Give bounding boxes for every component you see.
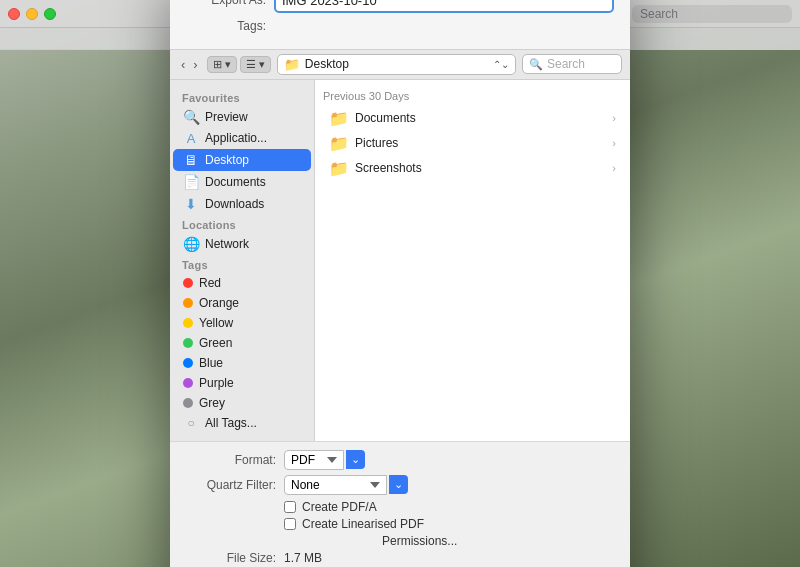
file-item-documents[interactable]: 📁 Documents › [323,106,622,131]
folder-icon: 📁 [329,134,349,153]
network-icon: 🌐 [183,236,199,252]
sidebar-item-downloads[interactable]: ⬇ Downloads [173,193,311,215]
sidebar: Favourites 🔍 Preview A Applicatio... 🖥 D… [170,80,315,441]
modal-overlay: Export As: Tags: ‹ › ⊞ ▾ ☰ ▾ 📁 Desktop ⌃… [0,0,800,567]
create-pdfa-checkbox[interactable] [284,501,296,513]
sidebar-item-label: Network [205,237,249,251]
sidebar-item-label: Documents [205,175,266,189]
nav-arrows: ‹ › [178,56,201,73]
view-toggle: ⊞ ▾ ☰ ▾ [207,56,271,73]
sidebar-section-locations: Locations [170,215,314,233]
desktop-icon: 🖥 [183,152,199,168]
quartz-row: Quartz Filter: None Black & White Blue T… [186,475,614,495]
search-icon: 🔍 [529,58,543,71]
modal-header: Export As: Tags: [170,0,630,49]
sidebar-item-grey[interactable]: Grey [173,393,311,413]
file-size-row: File Size: 1.7 MB [186,551,614,565]
chevron-right-icon: › [612,162,616,174]
folder-icon: 📁 [329,109,349,128]
format-select[interactable]: PDF JPEG PNG TIFF [284,450,344,470]
sidebar-item-label: All Tags... [205,416,257,430]
file-item-left: 📁 Documents [329,109,416,128]
file-size-value: 1.7 MB [284,551,322,565]
quartz-select-button[interactable]: ⌄ [389,475,408,494]
create-pdfa-label: Create PDF/A [302,500,377,514]
format-select-group: PDF JPEG PNG TIFF ⌄ [284,450,365,470]
tag-dot-yellow [183,318,193,328]
sidebar-item-label: Applicatio... [205,131,267,145]
sidebar-item-all-tags[interactable]: ○ All Tags... [173,413,311,433]
sidebar-item-yellow[interactable]: Yellow [173,313,311,333]
location-expand-icon: ⌃⌄ [493,59,509,70]
sidebar-item-network[interactable]: 🌐 Network [173,233,311,255]
permissions-row: Permissions... [284,534,614,548]
file-item-pictures[interactable]: 📁 Pictures › [323,131,622,156]
sidebar-item-label: Preview [205,110,248,124]
location-text: Desktop [305,57,488,71]
file-list: 📁 Documents › 📁 Pictures › [323,106,622,181]
sidebar-item-label: Green [199,336,232,350]
export-row: Export As: [186,0,614,13]
sidebar-item-preview[interactable]: 🔍 Preview [173,106,311,128]
downloads-icon: ⬇ [183,196,199,212]
create-linearised-checkbox[interactable] [284,518,296,530]
chevron-right-icon: › [612,137,616,149]
sidebar-item-blue[interactable]: Blue [173,353,311,373]
tag-dot-green [183,338,193,348]
sidebar-item-label: Downloads [205,197,264,211]
applications-icon: A [183,131,199,146]
format-row: Format: PDF JPEG PNG TIFF ⌄ [186,450,614,470]
create-pdfa-row: Create PDF/A [284,500,614,514]
format-select-button[interactable]: ⌄ [346,450,365,469]
view-icon-button[interactable]: ⊞ ▾ [207,56,237,73]
sidebar-item-desktop[interactable]: 🖥 Desktop [173,149,311,171]
all-tags-icon: ○ [183,416,199,430]
view-list-button[interactable]: ☰ ▾ [240,56,271,73]
sidebar-item-label: Purple [199,376,234,390]
file-item-screenshots[interactable]: 📁 Screenshots › [323,156,622,181]
export-label: Export As: [186,0,266,7]
tag-dot-blue [183,358,193,368]
sidebar-item-green[interactable]: Green [173,333,311,353]
documents-icon: 📄 [183,174,199,190]
sidebar-section-favourites: Favourites [170,88,314,106]
section-header: Previous 30 Days [323,90,622,102]
file-name: Documents [355,111,416,125]
file-item-left: 📁 Pictures [329,134,398,153]
tags-label: Tags: [186,19,266,33]
main-content: Previous 30 Days 📁 Documents › 📁 Picture… [315,80,630,441]
sidebar-item-label: Desktop [205,153,249,167]
tag-dot-orange [183,298,193,308]
nav-forward-button[interactable]: › [190,56,200,73]
permissions-link[interactable]: Permissions... [382,534,457,548]
create-linearised-row: Create Linearised PDF [284,517,614,531]
folder-icon: 📁 [329,159,349,178]
tag-dot-grey [183,398,193,408]
sidebar-item-label: Red [199,276,221,290]
quartz-select-group: None Black & White Blue Tone Sepia Tone … [284,475,408,495]
sidebar-item-purple[interactable]: Purple [173,373,311,393]
modal-options: Format: PDF JPEG PNG TIFF ⌄ Quartz Filte… [170,441,630,568]
preview-icon: 🔍 [183,109,199,125]
create-linearised-label: Create Linearised PDF [302,517,424,531]
file-name: Screenshots [355,161,422,175]
file-size-label: File Size: [186,551,276,565]
sidebar-item-applications[interactable]: A Applicatio... [173,128,311,149]
quartz-select[interactable]: None Black & White Blue Tone Sepia Tone [284,475,387,495]
sidebar-item-label: Yellow [199,316,233,330]
format-label: Format: [186,453,276,467]
sidebar-item-orange[interactable]: Orange [173,293,311,313]
location-folder-icon: 📁 [284,57,300,72]
tag-dot-purple [183,378,193,388]
sidebar-item-red[interactable]: Red [173,273,311,293]
location-dropdown[interactable]: 📁 Desktop ⌃⌄ [277,54,516,75]
sidebar-item-label: Orange [199,296,239,310]
sidebar-item-label: Grey [199,396,225,410]
sidebar-item-documents[interactable]: 📄 Documents [173,171,311,193]
file-name: Pictures [355,136,398,150]
sidebar-section-tags: Tags [170,255,314,273]
search-box[interactable]: 🔍 Search [522,54,622,74]
nav-back-button[interactable]: ‹ [178,56,188,73]
save-dialog: Export As: Tags: ‹ › ⊞ ▾ ☰ ▾ 📁 Desktop ⌃… [170,0,630,567]
export-input[interactable] [274,0,614,13]
